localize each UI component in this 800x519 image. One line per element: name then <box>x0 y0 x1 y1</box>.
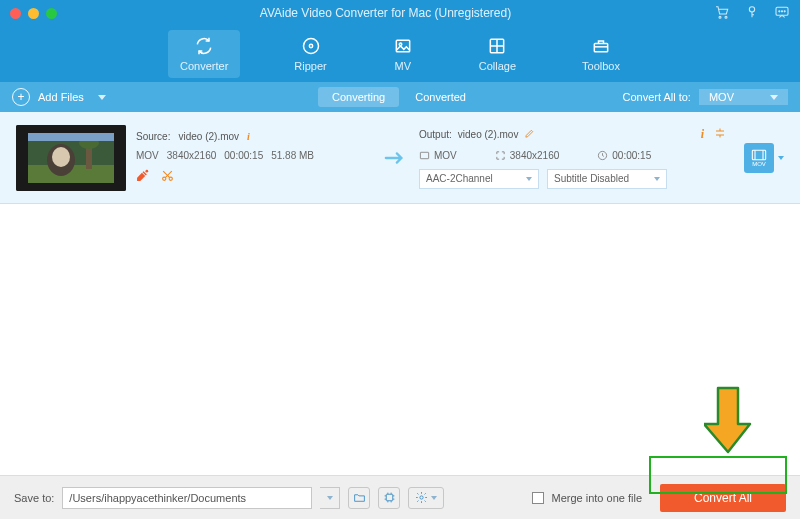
tab-collage[interactable]: Collage <box>467 30 528 78</box>
chevron-down-icon[interactable] <box>98 95 106 100</box>
source-label: Source: <box>136 131 170 142</box>
path-dropdown[interactable] <box>320 487 340 509</box>
tab-label: Ripper <box>294 60 326 72</box>
svg-point-10 <box>309 44 312 47</box>
save-path-input[interactable]: /Users/ihappyacethinker/Documents <box>62 487 312 509</box>
tab-ripper[interactable]: Ripper <box>282 30 338 78</box>
subtitle-select[interactable]: Subtitle Disabled <box>547 169 667 189</box>
svg-point-6 <box>779 10 780 11</box>
title-bar: AVAide Video Converter for Mac (Unregist… <box>0 0 800 26</box>
cut-icon[interactable] <box>161 169 174 185</box>
svg-point-1 <box>725 16 727 18</box>
save-to-label: Save to: <box>14 492 54 504</box>
source-duration: 00:00:15 <box>224 150 263 161</box>
compress-icon[interactable] <box>714 127 726 142</box>
source-resolution: 3840x2160 <box>167 150 217 161</box>
output-format-select[interactable]: MOV <box>699 89 788 105</box>
filter-converting[interactable]: Converting <box>318 87 399 107</box>
svg-point-22 <box>52 147 70 167</box>
plus-icon: + <box>12 88 30 106</box>
info-icon[interactable]: i <box>701 127 704 142</box>
annotation-arrow-icon <box>704 386 752 456</box>
maximize-window-icon[interactable] <box>46 8 57 19</box>
tab-toolbox[interactable]: Toolbox <box>570 30 632 78</box>
svg-point-0 <box>719 16 721 18</box>
tab-label: Converter <box>180 60 228 72</box>
tab-converter[interactable]: Converter <box>168 30 240 78</box>
footer-bar: Save to: /Users/ihappyacethinker/Documen… <box>0 475 800 519</box>
convert-all-to-label: Convert All to: <box>622 91 690 103</box>
window-controls[interactable] <box>10 8 57 19</box>
collage-icon <box>487 36 507 56</box>
chevron-down-icon[interactable] <box>778 156 784 160</box>
svg-point-9 <box>303 39 318 54</box>
hardware-accel-button[interactable] <box>378 487 400 509</box>
svg-rect-16 <box>594 44 607 52</box>
output-label: Output: <box>419 129 452 140</box>
filter-converted[interactable]: Converted <box>415 91 466 103</box>
arrow-right-icon <box>381 150 409 166</box>
main-tabs: Converter Ripper MV Collage Toolbox <box>0 26 800 82</box>
add-files-label: Add Files <box>38 91 84 103</box>
edit-icon[interactable] <box>136 169 149 185</box>
key-icon[interactable] <box>744 4 760 23</box>
output-column: Output: video (2).mov i MOV 3840x2160 00… <box>419 127 726 189</box>
close-window-icon[interactable] <box>10 8 21 19</box>
window-title: AVAide Video Converter for Mac (Unregist… <box>57 6 714 20</box>
svg-rect-37 <box>752 150 765 159</box>
video-icon <box>419 150 430 161</box>
merge-checkbox[interactable] <box>532 492 544 504</box>
source-column: Source: video (2).mov i MOV 3840x2160 00… <box>136 131 371 185</box>
minimize-window-icon[interactable] <box>28 8 39 19</box>
tab-label: Collage <box>479 60 516 72</box>
add-files-button[interactable]: + Add Files <box>12 88 106 106</box>
output-filename: video (2).mov <box>458 129 519 140</box>
svg-point-49 <box>420 496 423 499</box>
chevron-down-icon <box>654 177 660 181</box>
film-icon <box>751 149 767 161</box>
svg-point-7 <box>781 10 782 11</box>
settings-button[interactable] <box>408 487 444 509</box>
audio-select[interactable]: AAC-2Channel <box>419 169 539 189</box>
output-duration: 00:00:15 <box>612 150 651 161</box>
tab-label: Toolbox <box>582 60 620 72</box>
tab-label: MV <box>394 60 411 72</box>
chevron-down-icon <box>526 177 532 181</box>
svg-point-8 <box>784 10 785 11</box>
toolbox-icon <box>591 36 611 56</box>
pencil-icon[interactable] <box>524 128 535 141</box>
output-profile-button[interactable]: MOV <box>744 143 774 173</box>
merge-label: Merge into one file <box>552 492 643 504</box>
clock-icon <box>597 150 608 161</box>
chevron-down-icon <box>770 95 778 100</box>
svg-rect-25 <box>28 133 114 141</box>
output-resolution: 3840x2160 <box>510 150 560 161</box>
convert-icon <box>194 36 214 56</box>
open-folder-button[interactable] <box>348 487 370 509</box>
expand-icon <box>495 150 506 161</box>
convert-all-button[interactable]: Convert All <box>660 484 786 512</box>
source-size: 51.88 MB <box>271 150 314 161</box>
feedback-icon[interactable] <box>774 4 790 23</box>
svg-rect-11 <box>396 40 409 52</box>
tab-mv[interactable]: MV <box>381 30 425 78</box>
media-item-row: Source: video (2).mov i MOV 3840x2160 00… <box>0 112 800 204</box>
format-value: MOV <box>709 91 734 103</box>
svg-point-2 <box>749 6 754 11</box>
cart-icon[interactable] <box>714 4 730 23</box>
disc-icon <box>301 36 321 56</box>
info-icon[interactable]: i <box>247 131 250 142</box>
source-codec: MOV <box>136 150 159 161</box>
svg-point-26 <box>145 169 148 172</box>
svg-rect-40 <box>386 494 393 501</box>
image-icon <box>393 36 413 56</box>
toolbar: + Add Files Converting Converted Convert… <box>0 82 800 112</box>
source-filename: video (2).mov <box>178 131 239 142</box>
svg-rect-35 <box>420 152 428 158</box>
video-thumbnail[interactable] <box>16 125 126 191</box>
output-codec: MOV <box>434 150 457 161</box>
